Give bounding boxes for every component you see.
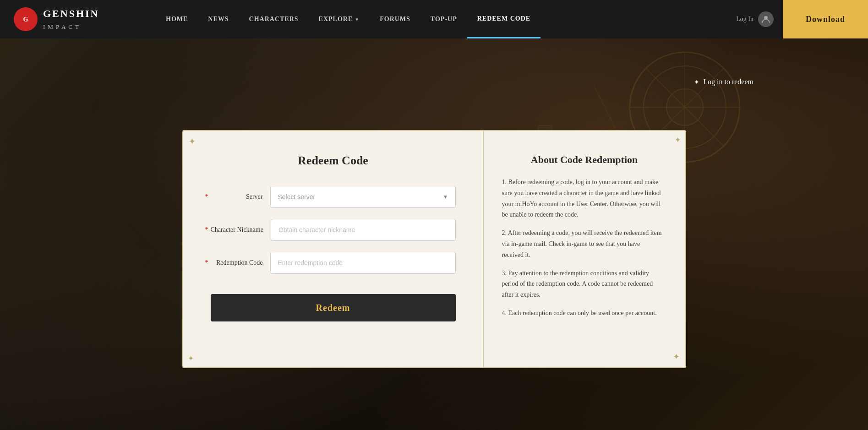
logo-title: GENSHIN IMPACT [43,7,99,31]
info-paragraph-1: 1. Before redeeming a code, log in to yo… [502,177,663,220]
info-panel: About Code Redemption 1. Before redeemin… [484,131,685,367]
redeem-button[interactable]: Redeem [211,294,456,321]
character-nickname-label: * Character Nickname [211,226,271,234]
logo-area: G GENSHIN IMPACT [0,7,156,31]
nickname-required: * [205,226,208,234]
nav-right: Log In Download [727,0,868,38]
navbar: G GENSHIN IMPACT HOME NEWS CHARACTERS EX… [0,0,868,38]
info-paragraph-2: 2. After redeeming a code, you will rece… [502,228,663,260]
nav-characters[interactable]: CHARACTERS [239,0,309,38]
info-paragraph-4: 4. Each redemption code can only be used… [502,308,663,319]
nav-links: HOME NEWS CHARACTERS EXPLORE ▼ FORUMS TO… [156,0,727,38]
logo-text-block: GENSHIN IMPACT [43,7,99,31]
nav-explore[interactable]: EXPLORE ▼ [309,0,370,38]
server-label: * Server [211,193,270,201]
main-content: ✦ Log in to redeem ✦ ✦ Redeem Code * Ser… [0,0,868,430]
server-field-group: * Server Select server America Europe As… [211,186,456,208]
nav-news[interactable]: NEWS [198,0,239,38]
form-title: Redeem Code [298,154,368,168]
nav-forums[interactable]: FORUMS [370,0,420,38]
redemption-code-input[interactable] [270,252,456,274]
info-paragraph-3: 3. Pay attention to the redemption condi… [502,268,663,300]
code-required: * [205,259,208,267]
download-button[interactable]: Download [783,0,868,38]
site-icon: G [14,7,38,31]
server-required: * [205,193,208,201]
log-in-banner: ✦ Log in to redeem [694,78,753,86]
nav-redeem-code[interactable]: REDEEM CODE [467,0,540,38]
info-title: About Code Redemption [502,154,667,166]
explore-dropdown-arrow: ▼ [355,17,360,22]
banner-star: ✦ [694,78,699,86]
server-select-wrapper: Select server America Europe Asia TW, HK… [270,186,456,208]
svg-text:G: G [23,16,28,23]
redemption-container: ✦ ✦ Redeem Code * Server Select server A… [182,130,686,368]
info-text-body: 1. Before redeeming a code, log in to yo… [502,177,667,326]
submit-area: Redeem [211,289,456,321]
character-nickname-field-group: * Character Nickname [211,219,456,241]
nav-top-up[interactable]: TOP-UP [420,0,467,38]
character-nickname-input[interactable] [271,219,456,241]
user-avatar [758,11,774,27]
server-select[interactable]: Select server America Europe Asia TW, HK… [270,186,456,208]
nav-home[interactable]: HOME [156,0,198,38]
corner-deco-bl: ✦ [188,354,194,363]
form-panel: Redeem Code * Server Select server Ameri… [183,131,484,367]
login-link[interactable]: Log In [727,0,783,38]
redemption-code-field-group: * Redemption Code [211,252,456,274]
redemption-code-label: * Redemption Code [211,259,270,267]
